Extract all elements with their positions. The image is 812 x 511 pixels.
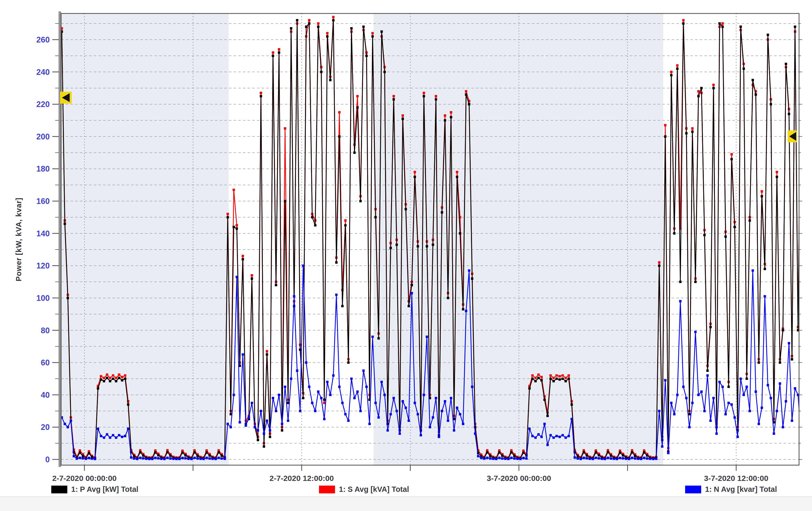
legend-label: 1: N Avg [kvar] Total	[705, 485, 777, 494]
y-tick-label: 200	[36, 132, 50, 141]
y-tick-label: 20	[41, 423, 50, 432]
y-tick-label: 120	[36, 261, 50, 270]
shaded-offpeak-bands	[61, 14, 663, 465]
y-tick-label: 180	[36, 164, 50, 173]
legend-item-n-avg[interactable]: 1: N Avg [kvar] Total	[685, 485, 777, 494]
y-tick-label: 80	[41, 326, 50, 335]
event-marker-right[interactable]	[788, 130, 797, 142]
y-tick-label: 0	[45, 455, 50, 464]
shaded-band	[61, 14, 229, 465]
y-tick-label: 100	[36, 294, 50, 303]
x-tick-label: 2-7-2020 12:00:00	[269, 474, 334, 483]
y-axis-title: Power [kW, kVA, kvar]	[14, 197, 23, 281]
event-marker-left[interactable]	[60, 92, 72, 104]
legend-item-p-avg[interactable]: 1: P Avg [kW] Total	[51, 485, 138, 494]
x-axis: 2-7-2020 00:00:002-7-2020 12:00:003-7-20…	[52, 465, 768, 483]
legend-label: 1: S Avg [kVA] Total	[339, 485, 409, 494]
y-tick-label: 260	[36, 35, 50, 44]
y-tick-label: 220	[36, 100, 50, 109]
x-tick-label: 2-7-2020 00:00:00	[52, 474, 117, 483]
p-series-swatch-icon	[51, 486, 67, 493]
power-analyzer-trend-window: 0204060801001201401601802002202402602-7-…	[0, 0, 812, 511]
y-tick-label: 240	[36, 68, 50, 77]
y-tick-label: 140	[36, 229, 50, 238]
window-bottom-strip	[0, 496, 812, 511]
y-tick-label: 60	[41, 358, 50, 367]
legend-item-s-avg[interactable]: 1: S Avg [kVA] Total	[319, 485, 409, 494]
x-tick-label: 3-7-2020 12:00:00	[704, 474, 768, 483]
x-tick-label: 3-7-2020 00:00:00	[487, 474, 551, 483]
power-time-chart: 0204060801001201401601802002202402602-7-…	[0, 0, 812, 511]
legend-label: 1: P Avg [kW] Total	[71, 485, 138, 494]
s-series-swatch-icon	[319, 486, 335, 493]
n-series-swatch-icon	[685, 486, 701, 493]
y-tick-label: 160	[36, 197, 50, 206]
shaded-band	[374, 14, 663, 465]
y-tick-label: 40	[41, 391, 50, 400]
